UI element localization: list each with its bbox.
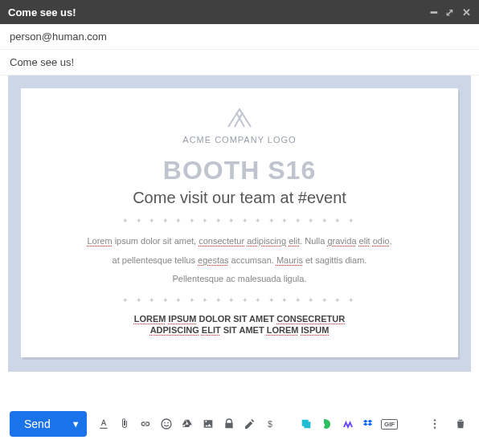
separator-bottom: ✦ ✦ ✦ ✦ ✦ ✦ ✦ ✦ ✦ ✦ ✦ ✦ ✦ ✦ ✦ ✦ ✦ ✦ [45,296,434,304]
booth-heading: BOOTH S16 [45,156,434,185]
bold-line-1: LOREM IPSUM DOLOR SIT AMET CONSECRETUR [45,314,434,324]
mixmax-icon[interactable] [339,417,357,430]
emoji-icon[interactable] [158,417,175,430]
attach-icon[interactable] [116,417,133,430]
bold-line-2: ADPISCING ELIT SIT AMET LOREM ISPUM [45,325,434,335]
more-options-icon[interactable] [426,417,444,430]
recipient-chip[interactable]: person@human.com [10,31,107,43]
logo-block: ACME COMPANY LOGO [45,104,434,145]
image-icon[interactable] [199,417,217,430]
compose-toolbar: Send ▼ $ GIF [0,409,479,438]
paragraph-2: at pellentesque tellus egestas accumsan.… [45,254,434,268]
send-group: Send ▼ [10,411,87,437]
tagline: Come visit our team at #event [45,189,434,207]
drive-icon[interactable] [178,417,196,430]
svg-point-4 [434,419,436,421]
svg-point-6 [434,426,436,428]
svg-point-1 [164,422,166,424]
email-card: ACME COMPANY LOGO BOOTH S16 Come visit o… [21,88,458,357]
format-icon[interactable] [95,417,113,430]
minimize-icon[interactable]: ━ [431,6,437,18]
dropbox-icon[interactable] [360,417,378,430]
send-button[interactable]: Send [10,411,65,437]
email-body[interactable]: ACME COMPANY LOGO BOOTH S16 Come visit o… [8,75,471,372]
discard-icon[interactable] [452,417,469,430]
gif-icon[interactable]: GIF [381,419,399,430]
svg-point-0 [162,419,171,429]
to-field[interactable]: person@human.com [0,24,479,50]
close-icon[interactable]: ✕ [462,6,471,18]
lock-icon[interactable] [220,417,238,430]
subject-field[interactable]: Come see us! [0,50,479,75]
dollar-icon[interactable]: $ [262,417,280,430]
separator-top: ✦ ✦ ✦ ✦ ✦ ✦ ✦ ✦ ✦ ✦ ✦ ✦ ✦ ✦ ✦ ✦ ✦ ✦ [45,217,434,225]
evernote-icon[interactable] [318,417,336,430]
logo-text: ACME COMPANY LOGO [182,135,296,145]
paragraph-1: Lorem ipsum dolor sit amet, consectetur … [45,234,434,249]
paragraph-3: Pellentesque ac malesuada ligula. [45,272,434,287]
svg-point-5 [434,423,436,425]
subject-text: Come see us! [10,56,74,68]
window-controls: ━ ⤢ ✕ [431,6,471,18]
expand-icon[interactable]: ⤢ [445,6,454,18]
pen-icon[interactable] [241,417,259,430]
boxbee-icon[interactable] [297,417,315,430]
compose-titlebar: Come see us! ━ ⤢ ✕ [0,0,479,24]
svg-text:$: $ [268,419,272,429]
svg-point-2 [167,422,169,424]
send-options-button[interactable]: ▼ [65,411,87,437]
logo-icon [223,104,256,128]
window-title: Come see us! [8,6,76,18]
link-icon[interactable] [137,417,154,430]
